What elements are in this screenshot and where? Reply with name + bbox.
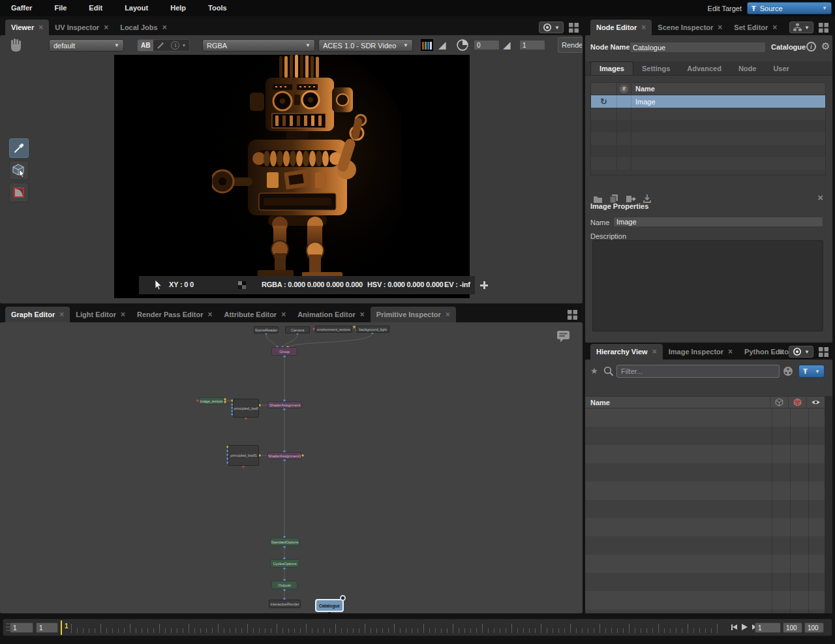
menu-layout[interactable]: Layout (114, 0, 159, 16)
close-icon[interactable]: × (281, 311, 286, 318)
filter-input[interactable] (616, 365, 780, 378)
tab-settings[interactable]: Settings (633, 61, 678, 75)
column-visibility[interactable] (806, 397, 825, 408)
close-icon[interactable]: × (207, 311, 212, 318)
layout-grid-icon[interactable] (568, 310, 577, 320)
layout-grid-icon[interactable] (819, 23, 828, 33)
wipe-icon[interactable] (153, 40, 168, 51)
graph-node-selected[interactable]: Catalogue (315, 599, 344, 612)
remove-image-button[interactable]: × (817, 192, 823, 203)
scene-source-dropdown[interactable]: Ŧ ▼ (798, 365, 825, 378)
graph-node[interactable]: image_texture (199, 397, 224, 405)
viewer-image-area[interactable] (114, 55, 470, 298)
range-end-input[interactable] (804, 622, 824, 633)
graph-node[interactable]: environment_texture (315, 326, 352, 333)
graph-canvas[interactable]: SceneReader Camera environment_texture b… (0, 322, 583, 613)
tab-render-pass-editor[interactable]: Render Pass Editor × (131, 307, 219, 322)
menu-tools[interactable]: Tools (197, 0, 238, 16)
property-name-input[interactable] (613, 217, 823, 227)
close-icon[interactable]: × (162, 23, 167, 31)
compare-image-selector[interactable]: 1 ▼ (168, 40, 189, 51)
graph-node[interactable]: ShaderAssignment1 (267, 452, 301, 459)
close-icon[interactable]: × (121, 311, 125, 318)
graph-node[interactable]: CyclesOptions (270, 559, 299, 568)
menu-file[interactable]: File (43, 0, 78, 16)
bookmarks-star-icon[interactable]: ★ (590, 367, 598, 375)
close-icon[interactable]: × (59, 311, 64, 318)
graph-node[interactable]: Group (271, 347, 297, 356)
name-column-header[interactable]: Name (631, 85, 825, 93)
annotation-bubble-icon[interactable] (556, 330, 571, 343)
close-icon[interactable]: × (104, 23, 108, 31)
tab-overflow-menu-icon[interactable]: ≡ (778, 348, 783, 356)
tab-image-inspector[interactable]: Image Inspector × (663, 344, 738, 360)
exposure-icon[interactable]: ◢ (438, 40, 446, 50)
name-column-header[interactable]: Name (585, 399, 770, 406)
graph-node[interactable]: SceneReader (254, 326, 279, 333)
menu-gaffer[interactable]: Gaffer (0, 0, 43, 16)
crop-window-tool-button[interactable] (9, 183, 29, 202)
gamma-icon[interactable]: ◢ (503, 40, 511, 50)
tab-node-editor[interactable]: Node Editor × (590, 20, 652, 35)
current-frame-input[interactable] (755, 622, 781, 633)
display-transform-dropdown[interactable]: ACES 1.0 - SDR Video ▼ (318, 39, 413, 52)
pan-hand-icon[interactable] (8, 37, 23, 53)
render-button[interactable]: Render (558, 37, 583, 53)
aperture-icon[interactable] (457, 39, 468, 51)
skip-start-button[interactable] (731, 624, 737, 630)
gear-icon[interactable]: ⚙ (821, 42, 830, 52)
tab-attribute-editor[interactable]: Attribute Editor × (218, 307, 292, 322)
graph-node[interactable]: StandardOptions (270, 538, 299, 546)
viewer-focus-button[interactable]: ▼ (539, 22, 564, 33)
close-icon[interactable]: × (446, 311, 450, 318)
tab-local-jobs[interactable]: Local Jobs × (114, 20, 172, 35)
tab-primitive-inspector[interactable]: Primitive Inspector × (371, 307, 456, 322)
tab-viewer[interactable]: Viewer × (5, 20, 49, 35)
close-icon[interactable]: × (728, 348, 733, 356)
tab-set-editor[interactable]: Set Editor × (728, 20, 783, 35)
filter-settings-icon[interactable] (783, 366, 793, 376)
add-readout-button[interactable] (477, 278, 491, 292)
compare-ab-button[interactable]: AB (138, 40, 153, 51)
tab-light-editor[interactable]: Light Editor × (70, 307, 131, 322)
graph-node[interactable]: principled_bsdf (233, 399, 259, 418)
tab-hierarchy-view[interactable]: Hierarchy View × (590, 344, 663, 360)
column-exclusions[interactable] (788, 397, 806, 408)
graph-node[interactable]: InteractiveRender (269, 600, 301, 608)
clipping-icon[interactable] (421, 39, 433, 51)
close-icon[interactable]: × (772, 23, 777, 31)
info-icon[interactable]: i (806, 42, 816, 52)
hierarchy-rows-area[interactable] (585, 408, 825, 613)
tab-graph-editor[interactable]: Graph Editor × (5, 307, 70, 322)
graph-node[interactable]: ShaderAssignment (267, 401, 302, 408)
gamma-input[interactable] (519, 40, 545, 50)
close-icon[interactable]: × (718, 23, 722, 31)
playhead[interactable] (61, 621, 62, 635)
node-name-input[interactable] (630, 42, 766, 53)
image-row-selected[interactable]: ↻ Image (591, 95, 825, 108)
tab-animation-editor[interactable]: Animation Editor × (292, 307, 371, 322)
layout-grid-icon[interactable] (569, 23, 579, 33)
edit-target-dropdown[interactable]: Ŧ Source ▼ (747, 2, 832, 14)
tab-scene-inspector[interactable]: Scene Inspector × (652, 20, 728, 35)
menu-edit[interactable]: Edit (78, 0, 114, 16)
color-picker-tool-button[interactable] (9, 138, 29, 158)
selection-tool-button[interactable] (9, 161, 29, 180)
close-icon[interactable]: × (360, 311, 365, 318)
channel-select-dropdown[interactable]: RGBA ▼ (202, 39, 315, 52)
view-select-dropdown[interactable]: default ▼ (49, 39, 124, 52)
editor-focus-button[interactable]: ▼ (789, 22, 813, 33)
tab-advanced[interactable]: Advanced (678, 61, 730, 75)
close-icon[interactable]: × (652, 348, 657, 356)
graph-node[interactable]: background_light (356, 326, 389, 333)
layout-grid-icon[interactable] (819, 347, 828, 357)
range-prev-input[interactable] (36, 622, 58, 633)
column-setmembers[interactable] (770, 397, 788, 408)
tab-user[interactable]: User (765, 61, 797, 75)
scrollbar-gutter[interactable] (825, 396, 832, 613)
tab-images[interactable]: Images (590, 61, 633, 75)
close-icon[interactable]: × (641, 23, 646, 31)
tab-uv-inspector[interactable]: UV Inspector × (49, 20, 114, 35)
end-frame-input[interactable] (783, 622, 802, 633)
tab-node[interactable]: Node (730, 61, 765, 75)
